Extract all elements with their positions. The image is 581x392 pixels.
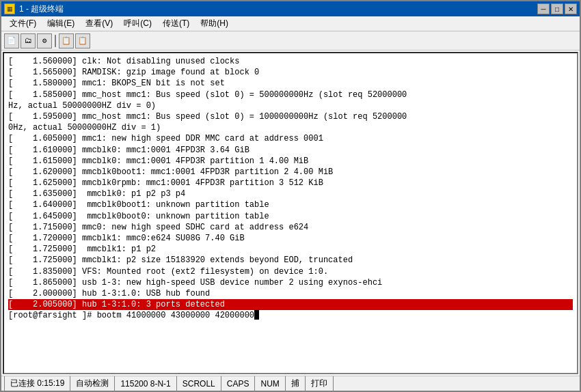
status-capture: 捕 — [286, 376, 306, 391]
menu-call[interactable]: 呼叫(C) — [118, 16, 157, 31]
terminal-line: [ 1.645000] mmcblk0boot0: unknown partit… — [8, 211, 573, 222]
terminal-line: [ 1.615000] mmcblk0: mmc1:0001 4FPD3R pa… — [8, 156, 573, 167]
toolbar-copy-button[interactable]: 📋 — [59, 33, 74, 48]
terminal-line: [ 1.635000] mmcblk0: p1 p2 p3 p4 — [8, 188, 573, 199]
terminal-line: [ 1.580000] mmc1: BKOPS_EN bit is not se… — [8, 78, 573, 89]
menu-bar: 文件(F) 编辑(E) 查看(V) 呼叫(C) 传送(T) 帮助(H) — [1, 16, 580, 31]
menu-edit[interactable]: 编辑(E) — [42, 16, 80, 31]
status-connection: 已连接 0:15:19 — [4, 376, 70, 391]
terminal-line: [ 1.865000] usb 1-3: new high-speed USB … — [8, 277, 573, 288]
toolbar-open-button[interactable]: 🗂 — [21, 33, 36, 48]
terminal-line: 0Hz, actual 50000000HZ div = 1) — [8, 122, 573, 133]
toolbar-paste-button[interactable]: 📋 — [75, 33, 90, 48]
terminal-line: [ 1.605000] mmc1: new high speed DDR MMC… — [8, 133, 573, 144]
terminal-line: Hz, actual 50000000HZ div = 0) — [8, 100, 573, 111]
toolbar: 📄 🗂 ⚙ 📋 📋 — [1, 31, 580, 51]
terminal-prompt: [root@farsight ]# — [8, 310, 97, 321]
close-button[interactable]: ✕ — [565, 3, 577, 14]
window-title: 1 - 超级终端 — [19, 3, 64, 15]
status-num: NUM — [255, 376, 285, 391]
terminal-line: [ 1.640000] mmcblk0boot1: unknown partit… — [8, 199, 573, 210]
terminal-line: [ 1.835000] VFS: Mounted root (ext2 file… — [8, 266, 573, 277]
title-bar: ▦ 1 - 超级终端 ─ □ ✕ — [1, 1, 580, 16]
terminal-line: [ 1.725000] mmcblk1: p2 size 15183920 ex… — [8, 255, 573, 266]
minimize-button[interactable]: ─ — [537, 3, 550, 14]
terminal-line: [ 1.715000] mmc0: new high speed SDHC ca… — [8, 222, 573, 233]
status-bar: 已连接 0:15:19 自动检测 115200 8-N-1 SCROLL CAP… — [1, 376, 580, 391]
terminal-line: [ 1.725000] mmcblk1: p1 p2 — [8, 244, 573, 255]
terminal-line: [ 2.000000] hub 1-3:1.0: USB hub found — [8, 288, 573, 299]
menu-help[interactable]: 帮助(H) — [195, 16, 234, 31]
terminal-line: [ 1.610000] mmcblk0: mmc1:0001 4FPD3R 3.… — [8, 145, 573, 156]
status-print: 打印 — [306, 376, 334, 391]
terminal-line: [ 1.565000] RAMDISK: gzip image found at… — [8, 67, 573, 78]
terminal-command-line[interactable]: [root@farsight ]# bootm 41000000 4300000… — [8, 310, 573, 321]
terminal-cursor — [254, 310, 259, 320]
terminal-area[interactable]: [ 1.560000] clk: Not disabling unused cl… — [3, 52, 578, 374]
status-baud: 115200 8-N-1 — [115, 376, 176, 391]
maximize-button[interactable]: □ — [551, 3, 563, 14]
terminal-command-text: bootm 41000000 43000000 42000000 — [97, 310, 254, 321]
terminal-line: [ 1.720000] mmcblk1: mmc0:e624 SU08G 7.4… — [8, 233, 573, 244]
app-icon: ▦ — [4, 3, 15, 14]
toolbar-separator-1 — [55, 35, 56, 47]
main-window: ▦ 1 - 超级终端 ─ □ ✕ 文件(F) 编辑(E) 查看(V) 呼叫(C)… — [0, 0, 581, 392]
status-caps: CAPS — [221, 376, 256, 391]
terminal-content[interactable]: [ 1.560000] clk: Not disabling unused cl… — [4, 53, 577, 373]
title-bar-left: ▦ 1 - 超级终端 — [4, 3, 64, 15]
terminal-line: [ 1.595000] mmc_host mmc1: Bus speed (sl… — [8, 111, 573, 122]
terminal-line-highlight: [ 2.005000] hub 1-3:1.0: 3 ports detecte… — [8, 299, 573, 310]
terminal-line: [ 1.625000] mmcblk0rpmb: mmc1:0001 4FPD3… — [8, 178, 573, 188]
terminal-line: [ 1.585000] mmc_host mmc1: Bus speed (sl… — [8, 89, 573, 100]
terminal-line: [ 1.620000] mmcblk0boot1: mmc1:0001 4FPD… — [8, 167, 573, 178]
status-auto-detect: 自动检测 — [70, 376, 115, 391]
title-bar-buttons: ─ □ ✕ — [537, 3, 577, 14]
menu-transfer[interactable]: 传送(T) — [157, 16, 195, 31]
menu-view[interactable]: 查看(V) — [80, 16, 118, 31]
toolbar-settings-button[interactable]: ⚙ — [37, 33, 52, 48]
status-scroll: SCROLL — [177, 376, 221, 391]
terminal-line: [ 1.560000] clk: Not disabling unused cl… — [8, 56, 573, 67]
toolbar-new-button[interactable]: 📄 — [4, 33, 19, 48]
menu-file[interactable]: 文件(F) — [4, 16, 42, 31]
